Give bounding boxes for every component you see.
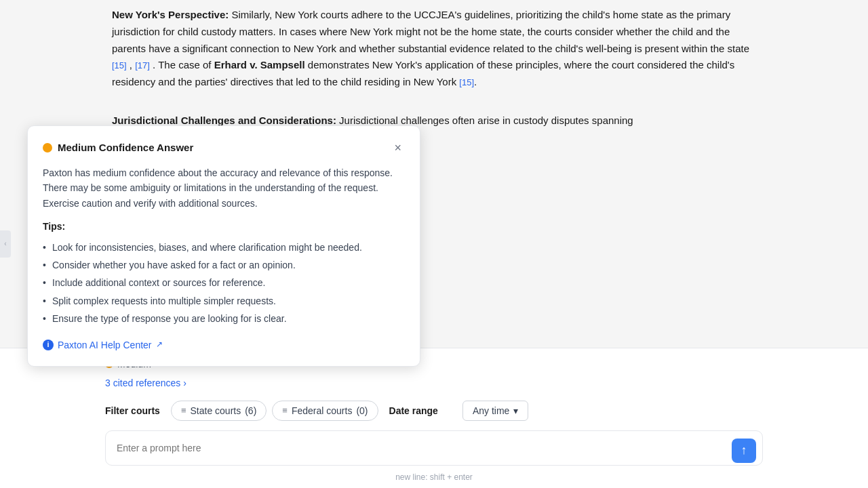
paragraph1-label: New York's Perspective: xyxy=(112,9,229,20)
filter-buttons: ≡ State courts (6) ≡ Federal courts (0) xyxy=(171,401,378,421)
ref-17[interactable]: [17] xyxy=(135,60,150,70)
external-link-icon: ↗ xyxy=(156,338,163,351)
federal-courts-button[interactable]: ≡ Federal courts (0) xyxy=(272,401,378,421)
cited-label: 3 cited references xyxy=(105,375,180,390)
date-range-label: Date range xyxy=(389,403,438,418)
federal-courts-count: (0) xyxy=(356,405,368,416)
tips-label: Tips: xyxy=(43,219,405,234)
cited-references-link[interactable]: 3 cited references › xyxy=(105,375,763,390)
bottom-area: Medium 3 cited references › Filter court… xyxy=(0,348,868,488)
case-name: Erhard v. Sampsell xyxy=(214,59,305,70)
scroll-indicator[interactable]: ‹ xyxy=(0,230,11,258)
close-popup-button[interactable]: × xyxy=(391,140,405,155)
jurisdictional-header: Jurisdictional Challenges and Considerat… xyxy=(112,115,336,126)
comma: , xyxy=(130,59,132,70)
state-courts-icon: ≡ xyxy=(181,405,186,415)
paragraph2-text: Jurisdictional challenges often arise in… xyxy=(339,115,633,126)
date-chevron-icon: ▾ xyxy=(513,405,518,416)
paragraph1-text2: . The case of xyxy=(153,59,214,70)
popup-header: Medium Confidence Answer × xyxy=(43,140,405,156)
help-icon: i xyxy=(43,340,54,350)
date-option-label: Any time xyxy=(473,405,509,416)
federal-courts-icon: ≡ xyxy=(282,405,288,415)
help-link-row: i Paxton AI Help Center ↗ xyxy=(43,338,405,352)
popup-body: Paxton has medium confidence about the a… xyxy=(43,165,405,211)
state-courts-label: State courts xyxy=(191,405,241,416)
tip-4: Split complex requests into multiple sim… xyxy=(43,293,405,308)
help-center-link[interactable]: Paxton AI Help Center xyxy=(58,338,152,352)
tip-2: Consider whether you have asked for a fa… xyxy=(43,258,405,272)
ref-15b[interactable]: [15] xyxy=(459,77,474,87)
tips-list: Look for inconsistencies, biases, and wh… xyxy=(43,240,405,327)
confidence-popup: Medium Confidence Answer × Paxton has me… xyxy=(27,125,420,367)
state-courts-count: (6) xyxy=(245,405,256,416)
tip-5: Ensure the type of response you are look… xyxy=(43,311,405,326)
cited-chevron: › xyxy=(183,375,186,390)
state-courts-button[interactable]: ≡ State courts (6) xyxy=(171,401,267,421)
input-row: ↑ xyxy=(0,430,868,471)
send-button[interactable]: ↑ xyxy=(732,439,756,463)
federal-courts-label: Federal courts xyxy=(292,405,352,416)
filter-row: Filter courts ≡ State courts (6) ≡ Feder… xyxy=(0,391,868,430)
main-content: New York's Perspective: Similarly, New Y… xyxy=(0,0,868,488)
paragraph-1: New York's Perspective: Similarly, New Y… xyxy=(112,0,756,106)
popup-title-row: Medium Confidence Answer xyxy=(43,140,193,156)
prompt-input[interactable] xyxy=(105,430,763,466)
date-select-button[interactable]: Any time ▾ xyxy=(462,401,528,421)
filter-courts-label: Filter courts xyxy=(105,403,160,418)
ref-15[interactable]: [15] xyxy=(112,60,127,70)
cited-row: 3 cited references › xyxy=(0,371,868,390)
hint-text: new line: shift + enter xyxy=(0,471,868,488)
popup-title: Medium Confidence Answer xyxy=(58,140,193,156)
send-icon: ↑ xyxy=(741,443,747,458)
tip-3: Include additional context or sources fo… xyxy=(43,275,405,290)
amber-dot-icon xyxy=(43,143,52,152)
tip-1: Look for inconsistencies, biases, and wh… xyxy=(43,240,405,255)
